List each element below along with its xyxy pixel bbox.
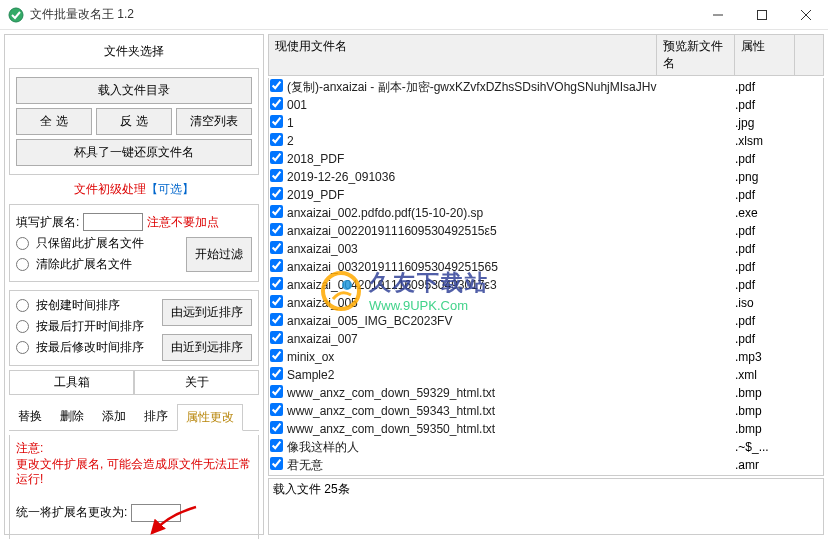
- file-attr: .amr: [735, 458, 795, 472]
- file-attr: .pdf: [735, 80, 795, 94]
- arrow-annotation: [148, 505, 198, 539]
- row-checkbox[interactable]: [270, 79, 283, 92]
- table-row[interactable]: anxaizai_003201911160953049251565.pdf: [269, 258, 823, 276]
- select-all-button[interactable]: 全 选: [16, 108, 92, 135]
- row-checkbox[interactable]: [270, 403, 283, 416]
- row-checkbox[interactable]: [270, 133, 283, 146]
- table-row[interactable]: anxaizai_0042019111609530493017ε3.pdf: [269, 276, 823, 294]
- table-row[interactable]: 君无意.amr: [269, 456, 823, 474]
- sort-open-radio[interactable]: [16, 320, 29, 333]
- table-row[interactable]: 1.jpg: [269, 114, 823, 132]
- file-attr: .exe: [735, 206, 795, 220]
- load-folder-button[interactable]: 载入文件目录: [16, 77, 252, 104]
- table-row[interactable]: anxaizai_003.pdf: [269, 240, 823, 258]
- file-attr: .xml: [735, 368, 795, 382]
- filter-group: 填写扩展名: 注意不要加点 只保留此扩展名文件 清除此扩展名文件 开始过滤: [9, 204, 259, 282]
- near-far-button[interactable]: 由近到远排序: [162, 334, 252, 361]
- file-attr: .mp3: [735, 350, 795, 364]
- row-checkbox[interactable]: [270, 205, 283, 218]
- table-row[interactable]: 安下载帮助.txt: [269, 474, 823, 476]
- row-checkbox[interactable]: [270, 475, 283, 476]
- file-attr: .jpg: [735, 116, 795, 130]
- file-name: anxaizai_0042019111609530493017ε3: [287, 278, 657, 292]
- row-checkbox[interactable]: [270, 313, 283, 326]
- row-checkbox[interactable]: [270, 367, 283, 380]
- table-row[interactable]: anxaizai_002.pdfdo.pdf(15-10-20).sp.exe: [269, 204, 823, 222]
- table-row[interactable]: www_anxz_com_down_59350_html.txt.bmp: [269, 420, 823, 438]
- table-row[interactable]: anxaizai_005.iso: [269, 294, 823, 312]
- keep-ext-radio[interactable]: [16, 237, 29, 250]
- remove-ext-radio[interactable]: [16, 258, 29, 271]
- table-row[interactable]: 2.xlsm: [269, 132, 823, 150]
- table-row[interactable]: 2019_PDF.pdf: [269, 186, 823, 204]
- file-name: 2018_PDF: [287, 152, 657, 166]
- row-checkbox[interactable]: [270, 259, 283, 272]
- row-checkbox[interactable]: [270, 187, 283, 200]
- row-checkbox[interactable]: [270, 277, 283, 290]
- invert-select-button[interactable]: 反 选: [96, 108, 172, 135]
- table-row[interactable]: 001.pdf: [269, 96, 823, 114]
- minimize-button[interactable]: [696, 0, 740, 30]
- file-attr: .iso: [735, 296, 795, 310]
- file-attr: .pdf: [735, 332, 795, 346]
- row-checkbox[interactable]: [270, 295, 283, 308]
- row-checkbox[interactable]: [270, 331, 283, 344]
- row-checkbox[interactable]: [270, 151, 283, 164]
- sort-modify-radio[interactable]: [16, 341, 29, 354]
- file-attr: .bmp: [735, 404, 795, 418]
- table-row[interactable]: Sample2.xml: [269, 366, 823, 384]
- clear-list-button[interactable]: 清空列表: [176, 108, 252, 135]
- restore-button[interactable]: 杯具了一键还原文件名: [16, 139, 252, 166]
- row-checkbox[interactable]: [270, 439, 283, 452]
- row-checkbox[interactable]: [270, 421, 283, 434]
- file-attr: .pdf: [735, 260, 795, 274]
- tab-delete[interactable]: 删除: [51, 403, 93, 430]
- table-row[interactable]: 2019-12-26_091036.png: [269, 168, 823, 186]
- col-attr[interactable]: 属性: [735, 35, 795, 75]
- file-attr: .bmp: [735, 386, 795, 400]
- folder-select-label: 文件夹选择: [9, 39, 259, 64]
- file-name: anxaizai_005: [287, 296, 657, 310]
- row-checkbox[interactable]: [270, 97, 283, 110]
- file-attr: .pdf: [735, 224, 795, 238]
- table-row[interactable]: minix_ox.mp3: [269, 348, 823, 366]
- sort-create-radio[interactable]: [16, 299, 29, 312]
- row-checkbox[interactable]: [270, 385, 283, 398]
- table-row[interactable]: www_anxz_com_down_59329_html.txt.bmp: [269, 384, 823, 402]
- tab-replace[interactable]: 替换: [9, 403, 51, 430]
- table-row[interactable]: 像我这样的人.~$_...: [269, 438, 823, 456]
- row-checkbox[interactable]: [270, 457, 283, 470]
- close-button[interactable]: [784, 0, 828, 30]
- ext-input[interactable]: [83, 213, 143, 231]
- col-current[interactable]: 现使用文件名: [269, 35, 657, 75]
- table-row[interactable]: anxaizai_005_IMG_BC2023FV.pdf: [269, 312, 823, 330]
- status-text: 载入文件 25条: [273, 482, 350, 496]
- maximize-button[interactable]: [740, 0, 784, 30]
- warn-body: 更改文件扩展名, 可能会造成原文件无法正常运行!: [16, 457, 251, 487]
- file-name: 1: [287, 116, 657, 130]
- file-name: anxaizai_003: [287, 242, 657, 256]
- col-preview[interactable]: 预览新文件名: [657, 35, 735, 75]
- section-headers: 工具箱 关于: [9, 370, 259, 395]
- table-row[interactable]: 2018_PDF.pdf: [269, 150, 823, 168]
- row-checkbox[interactable]: [270, 223, 283, 236]
- tab-sort[interactable]: 排序: [135, 403, 177, 430]
- table-row[interactable]: www_anxz_com_down_59343_html.txt.bmp: [269, 402, 823, 420]
- row-checkbox[interactable]: [270, 169, 283, 182]
- preprocess-header: 文件初级处理【可选】: [9, 179, 259, 200]
- row-checkbox[interactable]: [270, 349, 283, 362]
- row-checkbox[interactable]: [270, 115, 283, 128]
- file-name: www_anxz_com_down_59350_html.txt: [287, 422, 657, 436]
- file-name: www_anxz_com_down_59343_html.txt: [287, 404, 657, 418]
- table-row[interactable]: anxaizai_0022019111609530492515ε5.pdf: [269, 222, 823, 240]
- row-checkbox[interactable]: [270, 241, 283, 254]
- far-near-button[interactable]: 由远到近排序: [162, 299, 252, 326]
- start-filter-button[interactable]: 开始过滤: [186, 237, 252, 272]
- table-row[interactable]: (复制)-anxaizai - 副本-加密-gwxKZvfxDZhsSDsihV…: [269, 78, 823, 96]
- tab-attr[interactable]: 属性更改: [177, 404, 243, 431]
- file-name: anxaizai_0022019111609530492515ε5: [287, 224, 657, 238]
- table-row[interactable]: anxaizai_007.pdf: [269, 330, 823, 348]
- toolbox-header: 工具箱: [9, 370, 134, 395]
- tab-add[interactable]: 添加: [93, 403, 135, 430]
- file-list[interactable]: 久友下载站 Www.9UPK.Com (复制)-anxaizai - 副本-加密…: [268, 78, 824, 476]
